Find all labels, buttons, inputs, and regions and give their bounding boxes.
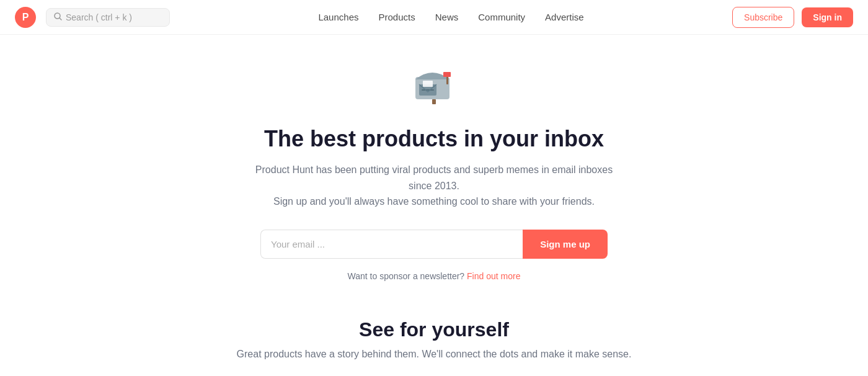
sponsor-static-text: Want to sponsor a newsletter? <box>348 271 465 281</box>
search-bar[interactable]: Search ( ctrl + k ) <box>46 8 170 27</box>
section-title: See for yourself <box>359 318 509 341</box>
nav-item-products[interactable]: Products <box>371 7 423 27</box>
subscribe-button[interactable]: Subscribe <box>732 7 794 28</box>
nav-item-community[interactable]: Community <box>471 7 533 27</box>
hero-title: The best products in your inbox <box>264 126 604 152</box>
nav-item-launches[interactable]: Launches <box>311 7 366 27</box>
email-input[interactable] <box>260 230 523 259</box>
header: P Search ( ctrl + k ) Launches Products … <box>0 0 868 35</box>
mailbox-icon <box>409 60 459 114</box>
nav-item-news[interactable]: News <box>428 7 466 27</box>
main-content: The best products in your inbox Product … <box>0 35 868 318</box>
search-placeholder-text: Search ( ctrl + k ) <box>66 12 132 22</box>
hero-subtitle-line1: Product Hunt has been putting viral prod… <box>255 164 613 191</box>
main-nav: Launches Products News Community Adverti… <box>311 7 591 27</box>
svg-line-1 <box>60 18 61 20</box>
logo-button[interactable]: P <box>15 7 36 28</box>
header-actions: Subscribe Sign in <box>732 7 853 28</box>
hero-subtitle-line2: Sign up and you'll always have something… <box>273 196 595 207</box>
search-icon <box>54 12 62 22</box>
sign-me-up-button[interactable]: Sign me up <box>523 230 608 259</box>
nav-item-advertise[interactable]: Advertise <box>538 7 591 27</box>
hero-subtitle: Product Hunt has been putting viral prod… <box>248 162 620 210</box>
svg-rect-6 <box>443 72 451 77</box>
sponsor-text: Want to sponsor a newsletter? Find out m… <box>348 271 521 281</box>
email-form: Sign me up <box>260 230 608 259</box>
signin-button[interactable]: Sign in <box>802 7 853 27</box>
sponsor-link[interactable]: Find out more <box>467 271 520 281</box>
svg-rect-4 <box>422 89 434 91</box>
svg-rect-7 <box>432 99 436 104</box>
section-subtitle: Great products have a story behind them.… <box>237 349 632 360</box>
svg-rect-8 <box>423 81 433 87</box>
section-2: See for yourself Great products have a s… <box>0 318 868 376</box>
